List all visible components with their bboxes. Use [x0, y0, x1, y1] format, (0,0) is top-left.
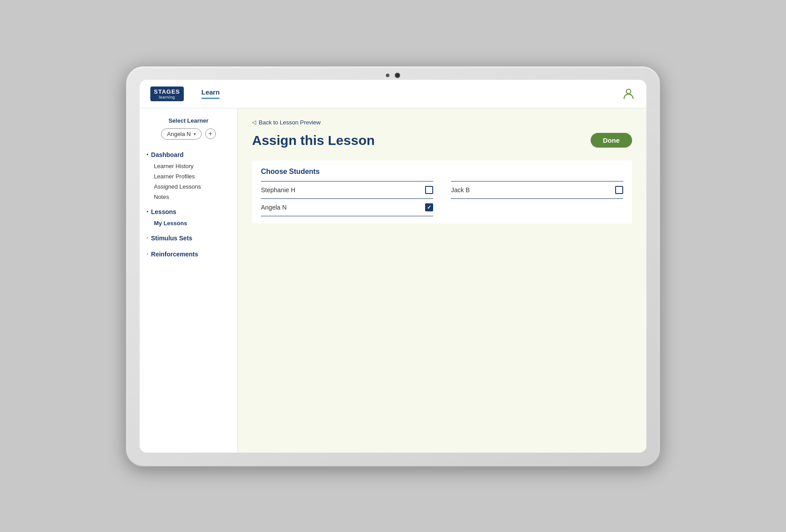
checkmark-icon: ✓: [427, 204, 431, 210]
chevron-down-icon: ▾: [194, 132, 196, 136]
student-checkbox-angela[interactable]: ✓: [425, 203, 433, 211]
learner-selector: Angela N ▾ +: [147, 128, 230, 140]
add-learner-button[interactable]: +: [205, 128, 216, 139]
student-name-angela: Angela N: [261, 204, 287, 211]
done-button[interactable]: Done: [591, 133, 633, 148]
logo-container: STAGES learning: [150, 87, 184, 101]
user-icon[interactable]: [621, 87, 636, 101]
main-layout: Select Learner Angela N ▾ + • Dashboard …: [140, 108, 646, 453]
learn-nav-link[interactable]: Learn: [202, 88, 220, 99]
student-checkbox-stephanie[interactable]: [425, 186, 433, 194]
logo-box: STAGES learning: [150, 87, 184, 101]
student-name-jack: Jack B: [451, 186, 470, 194]
student-row-jack: Jack B: [451, 181, 623, 199]
student-row-angela: Angela N ✓: [261, 199, 433, 216]
current-learner-name: Angela N: [167, 131, 190, 137]
navbar: STAGES learning Learn: [140, 80, 646, 108]
bullet-icon-reinforcements: •: [147, 252, 149, 256]
content-area: ◁ Back to Lesson Preview Assign this Les…: [238, 108, 646, 453]
sidebar-item-dashboard[interactable]: • Dashboard: [147, 148, 230, 161]
tablet-frame: STAGES learning Learn Select Learner: [125, 66, 661, 467]
back-to-lesson-preview-link[interactable]: ◁ Back to Lesson Preview: [252, 119, 632, 126]
sidebar-item-learner-history[interactable]: Learner History: [147, 161, 230, 171]
sidebar: Select Learner Angela N ▾ + • Dashboard …: [140, 108, 238, 453]
back-link-text: Back to Lesson Preview: [259, 119, 321, 126]
camera-dot: [386, 74, 389, 77]
page-title: Assign this Lesson: [252, 133, 375, 148]
svg-point-0: [626, 89, 631, 94]
sidebar-item-lessons[interactable]: • Lessons: [147, 206, 230, 218]
camera-lens: [395, 73, 400, 78]
select-learner-label: Select Learner: [147, 117, 230, 124]
tablet-screen: STAGES learning Learn Select Learner: [140, 80, 646, 453]
student-name-stephanie: Stephanie H: [261, 186, 295, 194]
sidebar-section-reinforcements: • Reinforcements: [147, 248, 230, 260]
dashboard-label: Dashboard: [151, 151, 184, 158]
camera-area: [386, 73, 400, 78]
sidebar-section-stimulus-sets: • Stimulus Sets: [147, 232, 230, 244]
bullet-icon-lessons: •: [147, 209, 149, 214]
bullet-icon: •: [147, 152, 149, 157]
learner-dropdown[interactable]: Angela N ▾: [161, 128, 201, 140]
students-column-left: Stephanie H Angela N ✓: [261, 181, 433, 216]
lessons-label: Lessons: [151, 208, 177, 215]
student-row-stephanie: Stephanie H: [261, 181, 433, 199]
reinforcements-label: Reinforcements: [151, 251, 199, 258]
stimulus-sets-label: Stimulus Sets: [151, 235, 193, 242]
sidebar-section-dashboard: • Dashboard Learner History Learner Prof…: [147, 148, 230, 202]
students-column-right: Jack B: [451, 181, 623, 216]
sidebar-item-assigned-lessons[interactable]: Assigned Lessons: [147, 181, 230, 192]
logo-learning-text: learning: [159, 95, 175, 99]
back-arrow-icon: ◁: [252, 119, 256, 125]
choose-students-section: Choose Students Stephanie H: [252, 161, 632, 223]
sidebar-item-notes[interactable]: Notes: [147, 192, 230, 202]
sidebar-item-stimulus-sets[interactable]: • Stimulus Sets: [147, 232, 230, 244]
choose-students-title: Choose Students: [261, 168, 623, 176]
bullet-icon-stimulus: •: [147, 235, 149, 240]
sidebar-item-reinforcements[interactable]: • Reinforcements: [147, 248, 230, 260]
sidebar-section-lessons: • Lessons My Lessons: [147, 206, 230, 228]
logo-stages-text: STAGES: [154, 88, 180, 95]
student-checkbox-jack[interactable]: [615, 186, 623, 194]
sidebar-item-learner-profiles[interactable]: Learner Profiles: [147, 171, 230, 181]
page-header: Assign this Lesson Done: [252, 133, 632, 148]
students-grid: Stephanie H Angela N ✓: [261, 181, 623, 216]
sidebar-item-my-lessons[interactable]: My Lessons: [147, 218, 230, 228]
